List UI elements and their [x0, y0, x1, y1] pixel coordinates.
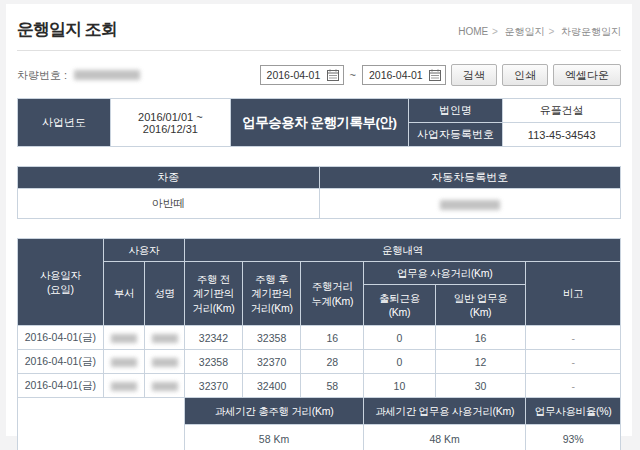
summary-total-distance-label: 과세기간 총주행 거리(Km)	[185, 398, 364, 425]
cell-note: -	[526, 374, 621, 398]
date-range-separator: ~	[350, 69, 356, 81]
redacted-name	[152, 382, 178, 391]
redacted-dept	[111, 334, 137, 343]
cell-date: 2016-04-01(금)	[18, 326, 104, 350]
report-title: 업무승용차 운행기록부(안)	[230, 99, 408, 147]
cell-dept	[103, 326, 145, 350]
redacted-reg-no	[440, 200, 500, 210]
vehicle-info-table: 차종 자동차등록번호 아반떼	[17, 166, 621, 219]
vehicle-model-header: 차종	[18, 167, 320, 189]
col-group-user: 사용자	[103, 239, 184, 262]
col-odo-after: 주행 후 계기판의 거리(Km)	[242, 262, 300, 326]
log-row: 2016-04-01(금) 32342 32358 16 0 16 -	[18, 326, 621, 350]
col-name: 성명	[145, 262, 185, 326]
cell-note: -	[526, 350, 621, 374]
calendar-icon[interactable]	[429, 69, 441, 81]
col-note: 비고	[526, 262, 621, 326]
cell-date: 2016-04-01(금)	[18, 350, 104, 374]
cell-dept	[103, 374, 145, 398]
biz-reg-no-value: 113-45-34543	[503, 123, 621, 147]
breadcrumb-separator: >	[492, 26, 498, 37]
cell-general: 16	[435, 326, 525, 350]
col-use-date: 사용일자 (요일)	[18, 239, 104, 326]
col-group-drive-detail: 운행내역	[185, 239, 621, 262]
summary-empty-cell	[18, 398, 185, 450]
vehicle-reg-no-header: 자동차등록번호	[319, 167, 621, 189]
log-row: 2016-04-01(금) 32358 32370 28 0 12 -	[18, 350, 621, 374]
vehicle-reg-no-value	[319, 189, 621, 219]
cell-odo-before: 32342	[185, 326, 243, 350]
cell-cumulative: 58	[301, 374, 364, 398]
toolbar: 차량번호 : 2016-04-01 ~ 2016-04-01 검색 인쇄 엑셀다…	[17, 63, 621, 87]
summary-business-distance-label: 과세기간 업무용 사용거리(Km)	[364, 398, 526, 425]
col-dept: 부서	[103, 262, 145, 326]
log-row: 2016-04-01(금) 32370 32400 58 10 30 -	[18, 374, 621, 398]
summary-business-ratio-label: 업무사용비율(%)	[526, 398, 621, 425]
col-general-business: 일반 업무용 (Km)	[435, 285, 525, 326]
cell-note: -	[526, 326, 621, 350]
page-header: 운행일지 조회 HOME > 운행일지 > 차량운행일지	[17, 4, 621, 51]
summary-business-distance-value: 48 Km	[364, 425, 526, 450]
col-odo-before: 주행 전 계기판의 거리(Km)	[185, 262, 243, 326]
corp-name-label: 법인명	[408, 99, 503, 123]
report-header-table: 사업년도 2016/01/01 ~ 2016/12/31 업무승용차 운행기록부…	[17, 98, 621, 147]
cell-name	[145, 326, 185, 350]
summary-header-row: 과세기간 총주행 거리(Km) 과세기간 업무용 사용거리(Km) 업무사용비율…	[18, 398, 621, 425]
cell-commute: 0	[364, 350, 436, 374]
redacted-name	[152, 334, 178, 343]
breadcrumb: HOME > 운행일지 > 차량운행일지	[455, 25, 621, 41]
redacted-vehicle-number	[74, 70, 140, 80]
date-from-input[interactable]: 2016-04-01	[260, 65, 344, 85]
date-from-value: 2016-04-01	[267, 69, 321, 81]
date-to-value: 2016-04-01	[369, 69, 423, 81]
breadcrumb-current: 차량운행일지	[561, 26, 621, 37]
cell-cumulative: 16	[301, 326, 364, 350]
cell-commute: 0	[364, 326, 436, 350]
vehicle-model-value: 아반떼	[18, 189, 320, 219]
col-distance-cum: 주행거리 누계(Km)	[301, 262, 364, 326]
cell-dept	[103, 350, 145, 374]
cell-date: 2016-04-01(금)	[18, 374, 104, 398]
business-year-value: 2016/01/01 ~ 2016/12/31	[110, 99, 230, 147]
breadcrumb-level1[interactable]: 운행일지	[505, 26, 545, 37]
driving-log-table: 사용일자 (요일) 사용자 운행내역 부서 성명 주행 전 계기판의 거리(Km…	[17, 238, 621, 450]
page-title: 운행일지 조회	[17, 18, 117, 41]
col-group-business-distance: 업무용 사용거리(Km)	[364, 262, 526, 285]
summary-total-distance-value: 58 Km	[185, 425, 364, 450]
cell-cumulative: 28	[301, 350, 364, 374]
cell-odo-after: 32400	[242, 374, 300, 398]
search-button[interactable]: 검색	[451, 64, 497, 86]
business-year-label: 사업년도	[18, 99, 111, 147]
excel-download-button[interactable]: 엑셀다운	[553, 64, 621, 86]
calendar-icon[interactable]	[327, 69, 339, 81]
cell-odo-after: 32370	[242, 350, 300, 374]
breadcrumb-separator: >	[548, 26, 554, 37]
cell-name	[145, 374, 185, 398]
toolbar-controls: 2016-04-01 ~ 2016-04-01 검색 인쇄 엑셀다운	[260, 64, 621, 86]
cell-general: 30	[435, 374, 525, 398]
cell-odo-before: 32370	[185, 374, 243, 398]
vehicle-number-field: 차량번호 :	[17, 68, 140, 83]
redacted-name	[152, 358, 178, 367]
col-commute: 출퇴근용 (Km)	[364, 285, 436, 326]
content-area: 운행일지 조회 HOME > 운행일지 > 차량운행일지 차량번호 : 2016…	[6, 4, 632, 436]
biz-reg-no-label: 사업자등록번호	[408, 123, 503, 147]
cell-general: 12	[435, 350, 525, 374]
date-to-input[interactable]: 2016-04-01	[362, 65, 446, 85]
summary-business-ratio-value: 93%	[526, 425, 621, 450]
redacted-dept	[111, 382, 137, 391]
cell-commute: 10	[364, 374, 436, 398]
print-button[interactable]: 인쇄	[502, 64, 548, 86]
breadcrumb-home[interactable]: HOME	[458, 26, 488, 37]
redacted-dept	[111, 358, 137, 367]
cell-name	[145, 350, 185, 374]
corp-name-value: 유플건설	[503, 99, 621, 123]
cell-odo-before: 32358	[185, 350, 243, 374]
cell-odo-after: 32358	[242, 326, 300, 350]
vehicle-number-label: 차량번호 :	[17, 68, 67, 83]
